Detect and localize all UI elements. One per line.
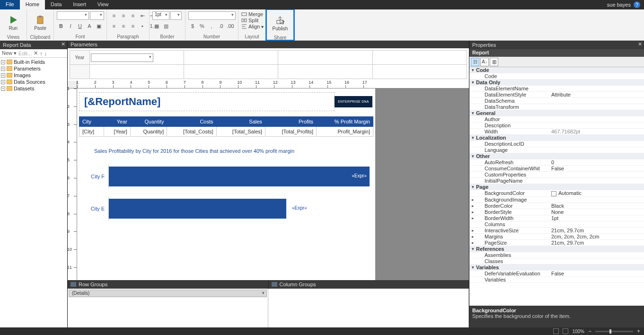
alphabetical-button[interactable]: A↓	[480, 58, 489, 66]
bar[interactable]: «Expr»	[109, 199, 286, 219]
prop-row[interactable]: CustomProperties	[469, 172, 644, 178]
edit-button[interactable]: Edit...	[18, 51, 32, 56]
tree-item[interactable]: +Images	[1, 72, 66, 79]
param-year-dropdown[interactable]	[91, 53, 153, 62]
italic-button[interactable]: I	[66, 22, 75, 30]
align-top-button[interactable]: ≡	[110, 11, 118, 20]
prop-row[interactable]: DataElementName	[469, 86, 644, 92]
prop-row[interactable]: ▸BackgroundImage	[469, 197, 644, 203]
expander-icon[interactable]: ▸	[469, 234, 476, 239]
paste-button[interactable]: Paste	[30, 11, 51, 34]
tree-item[interactable]: +Datasets	[1, 85, 66, 92]
prop-row[interactable]: Description	[469, 123, 644, 129]
prop-row[interactable]: Width467.71682pt	[469, 129, 644, 135]
prop-category[interactable]: ▾Localization	[469, 135, 644, 141]
table-header[interactable]: City	[79, 117, 104, 127]
zoom-in-button[interactable]: +	[637, 328, 640, 335]
prop-value[interactable]: 1pt	[549, 215, 644, 221]
data-table[interactable]: CityYearQuantityCostsSalesProfits% Profi…	[79, 116, 373, 137]
zoom-out-button[interactable]: −	[588, 328, 591, 335]
prop-row[interactable]: InitialPageName	[469, 178, 644, 184]
prop-value[interactable]: 21cm, 29.7cm	[549, 228, 644, 233]
prop-category[interactable]: ▾Data Only	[469, 79, 644, 86]
expander-icon[interactable]: +	[1, 60, 5, 64]
table-cell[interactable]: Quantity]	[130, 127, 167, 137]
expander-icon[interactable]: ▾	[469, 135, 476, 140]
expander-icon[interactable]: ▾	[469, 68, 476, 72]
table-cell[interactable]: [Total_Profits]	[265, 127, 316, 137]
underline-button[interactable]: U	[76, 22, 84, 30]
prop-row[interactable]: ▸PageSize21cm, 29.7cm	[469, 240, 644, 246]
table-cell[interactable]: [Total_Costs]	[167, 127, 216, 137]
expander-icon[interactable]: ▾	[469, 265, 476, 270]
moveup-button[interactable]: ↑	[40, 51, 43, 56]
prop-category[interactable]: ▾Code	[469, 67, 644, 73]
font-color-button[interactable]: A	[85, 22, 94, 30]
split-button[interactable]: Split	[241, 18, 258, 23]
prop-value[interactable]: Attribute	[549, 92, 644, 97]
percent-button[interactable]: %	[198, 22, 206, 30]
align-button[interactable]: Align ▾	[241, 24, 264, 29]
prop-value[interactable]: 0	[549, 159, 644, 165]
prop-row[interactable]: ▸InteractiveSize21cm, 29.7cm	[469, 228, 644, 234]
prop-category[interactable]: ▾References	[469, 246, 644, 252]
table-cell[interactable]: [City]	[79, 127, 104, 137]
prop-row[interactable]: Author	[469, 116, 644, 123]
table-cell[interactable]: [Year]	[104, 127, 130, 137]
report-title-box[interactable]: [&ReportName]	[79, 92, 335, 111]
categorized-button[interactable]: ☷	[471, 58, 479, 66]
prop-value[interactable]: 21cm, 29.7cm	[549, 240, 644, 246]
prop-value[interactable]: None	[549, 209, 644, 215]
table-header[interactable]: Quantity	[130, 117, 167, 127]
publish-button[interactable]: Publish	[270, 12, 291, 35]
dec-dec-button[interactable]: .00	[226, 22, 235, 30]
run-button[interactable]: Run	[3, 11, 24, 34]
border-width-combo[interactable]: 1pt	[152, 11, 169, 20]
dec-inc-button[interactable]: .0	[217, 22, 225, 30]
prop-value[interactable]: False	[549, 166, 644, 171]
report-page[interactable]: [&ReportName] ENTERPRISE DNA CityYearQua…	[77, 88, 375, 280]
chart[interactable]: City F«Expr»City E«Expr»	[77, 158, 375, 228]
expander-icon[interactable]: ▾	[469, 247, 476, 251]
bar[interactable]: «Expr»	[109, 167, 370, 186]
prop-value[interactable]: 467.71682pt	[549, 129, 644, 134]
preview-mode-icon[interactable]	[563, 328, 568, 334]
prop-row[interactable]: DeferVariableEvaluationFalse	[469, 271, 644, 277]
bullets-button[interactable]: •	[138, 22, 147, 30]
table-cell[interactable]: Profit_Margin]	[317, 127, 373, 137]
report-data-tree[interactable]: +Built-in Fields+Parameters+Images+Data …	[0, 58, 67, 327]
prop-row[interactable]: DescriptionLocID	[469, 141, 644, 147]
prop-value[interactable]: 2cm, 2cm, 2cm, 2cm	[549, 234, 644, 239]
properties-grid[interactable]: ▾CodeCode▾Data OnlyDataElementNameDataEl…	[469, 67, 644, 306]
menu-tab-home[interactable]: Home	[20, 0, 45, 9]
expander-icon[interactable]: +	[1, 67, 5, 71]
border-style-combo[interactable]	[170, 11, 182, 20]
design-canvas[interactable]: 1234567891011121314151617 12345678910111…	[68, 81, 469, 280]
tree-item[interactable]: +Built-in Fields	[1, 59, 66, 65]
prop-row[interactable]: AutoRefresh0	[469, 159, 644, 166]
prop-value[interactable]: Black	[549, 203, 644, 209]
prop-row[interactable]: Language	[469, 147, 644, 153]
prop-category[interactable]: ▾Variables	[469, 264, 644, 271]
tree-item[interactable]: +Parameters	[1, 65, 66, 72]
property-pages-button[interactable]: ▥	[490, 58, 498, 66]
bold-button[interactable]: B	[57, 22, 65, 30]
prop-value[interactable]: Automatic	[549, 190, 644, 196]
prop-row[interactable]: Code	[469, 73, 644, 79]
border-color-button[interactable]: ▦	[152, 22, 161, 30]
fill-color-button[interactable]: ▣	[95, 22, 103, 30]
expander-icon[interactable]: ▸	[469, 240, 476, 245]
align-right-button[interactable]: ≡	[129, 22, 137, 30]
prop-row[interactable]: DataElementStyleAttribute	[469, 92, 644, 98]
prop-category[interactable]: ▾Page	[469, 184, 644, 190]
expander-icon[interactable]: ▸	[469, 203, 476, 208]
table-header[interactable]: Year	[104, 117, 130, 127]
expander-icon[interactable]: ▸	[469, 210, 476, 214]
prop-category[interactable]: ▾Other	[469, 153, 644, 159]
expander-icon[interactable]: +	[1, 87, 5, 91]
prop-row[interactable]: BackgroundColorAutomatic	[469, 190, 644, 197]
prop-row[interactable]: Assemblies	[469, 252, 644, 258]
align-middle-button[interactable]: ≡	[119, 11, 128, 20]
menu-tab-data[interactable]: Data	[45, 0, 67, 9]
delete-button[interactable]: ✕	[34, 50, 38, 56]
